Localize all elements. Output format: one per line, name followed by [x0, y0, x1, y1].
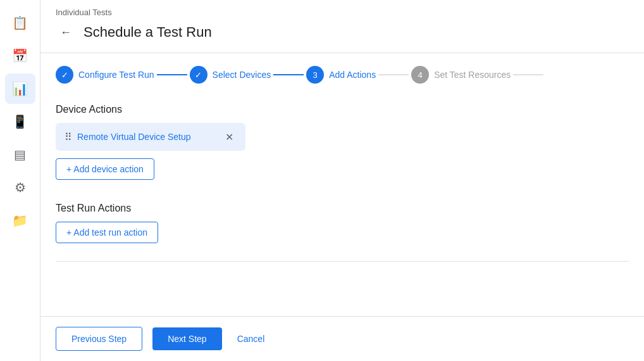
- sidebar-item-settings[interactable]: ⚙: [5, 172, 35, 203]
- sidebar-item-calendar[interactable]: 📅: [5, 41, 35, 71]
- phone-icon: 📱: [12, 114, 28, 129]
- step-line-2: [273, 74, 304, 75]
- step-add-actions: 3 Add Actions: [306, 66, 376, 84]
- chart-icon: 📊: [12, 81, 28, 96]
- device-actions-title: Device Actions: [56, 104, 629, 115]
- sidebar: 📋 📅 📊 📱 ▤ ⚙ 📁: [0, 0, 40, 361]
- step-select-devices: ✓ Select Devices: [190, 66, 271, 84]
- folder-icon: 📁: [12, 213, 28, 228]
- step-circle-add-actions: 3: [306, 66, 324, 84]
- add-device-action-button[interactable]: + Add device action: [56, 158, 154, 180]
- clipboard-icon: 📋: [12, 15, 28, 30]
- cancel-button[interactable]: Cancel: [232, 327, 270, 350]
- settings-icon: ⚙: [15, 180, 26, 195]
- sidebar-item-clipboard[interactable]: 📋: [5, 8, 35, 38]
- step-line-1: [157, 74, 187, 75]
- step-label-set-resources: Set Test Resources: [434, 70, 511, 80]
- step-label-select-devices: Select Devices: [213, 70, 271, 80]
- step-line-3: [378, 74, 409, 75]
- header: Individual Tests ← Schedule a Test Run: [40, 0, 644, 53]
- step-label-add-actions: Add Actions: [329, 70, 376, 80]
- drag-handle-icon: ⠿: [65, 131, 72, 143]
- content-area: Device Actions ⠿ Remote Virtual Device S…: [40, 94, 644, 316]
- page-title: Schedule a Test Run: [84, 24, 212, 41]
- step-circle-configure: ✓: [56, 66, 73, 84]
- device-action-chip: ⠿ Remote Virtual Device Setup ✕: [56, 123, 245, 151]
- page-title-row: ← Schedule a Test Run: [56, 22, 629, 53]
- step-set-resources: 4 Set Test Resources: [411, 66, 511, 84]
- sidebar-item-phone[interactable]: 📱: [5, 106, 35, 137]
- step-circle-select-devices: ✓: [190, 66, 207, 84]
- footer: Previous Step Next Step Cancel: [40, 316, 644, 361]
- layers-icon: ▤: [14, 147, 26, 162]
- add-test-run-action-label: + Add test run action: [66, 227, 147, 238]
- device-action-label: Remote Virtual Device Setup: [77, 132, 216, 142]
- content-divider: [56, 261, 629, 262]
- add-device-action-label: + Add device action: [66, 164, 144, 174]
- back-button[interactable]: ←: [56, 22, 76, 42]
- add-test-run-action-button[interactable]: + Add test run action: [56, 222, 158, 243]
- sidebar-item-layers[interactable]: ▤: [5, 139, 35, 170]
- main-content: Individual Tests ← Schedule a Test Run ✓…: [40, 0, 644, 361]
- calendar-icon: 📅: [12, 48, 28, 63]
- next-step-button[interactable]: Next Step: [152, 327, 221, 350]
- sidebar-item-chart[interactable]: 📊: [5, 73, 35, 104]
- remove-device-action-button[interactable]: ✕: [221, 129, 237, 144]
- test-run-actions-title: Test Run Actions: [56, 203, 629, 214]
- sidebar-item-folder[interactable]: 📁: [5, 205, 35, 236]
- step-configure: ✓ Configure Test Run: [56, 66, 154, 84]
- step-label-configure: Configure Test Run: [78, 70, 154, 80]
- step-circle-set-resources: 4: [411, 66, 429, 84]
- step-line-4: [513, 74, 543, 75]
- breadcrumb: Individual Tests: [56, 8, 629, 17]
- steps-bar: ✓ Configure Test Run ✓ Select Devices 3 …: [40, 53, 644, 94]
- previous-step-button[interactable]: Previous Step: [56, 327, 142, 351]
